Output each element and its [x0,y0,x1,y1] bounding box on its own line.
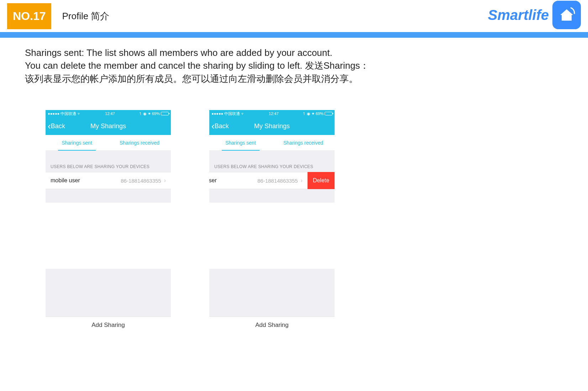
nav-bar: ‹ Back My Sharings [46,117,171,135]
user-phone-number: 86-18814863355 [257,178,298,184]
user-row[interactable]: mobile user 86-18814863355 › [46,172,171,189]
battery-icon [161,112,169,115]
delete-button[interactable]: Delete [308,172,335,189]
back-label: Back [215,122,229,130]
chevron-left-icon: ‹ [211,121,215,132]
description-line-1: Sharings sent: The list shows all member… [25,46,563,59]
section-header: USERS BELOW ARE SHARING YOUR DEVICES [209,161,335,172]
status-bar: ●●●●● 中国联通 ᯤ 12:47 ↿ ◉ ⁕ 69% [209,110,335,117]
user-row[interactable]: mobile user 86-18814863355 › [209,172,308,189]
divider-bar [0,32,588,38]
user-row-wrap: mobile user 86-18814863355 › Delete [209,172,335,189]
footer-space [209,269,335,317]
body-fill [46,189,171,203]
tab-bar: Sharings sent Sharings received [209,135,335,151]
content-area [209,203,335,269]
section-header: USERS BELOW ARE SHARING YOUR DEVICES [46,161,171,172]
status-bar: ●●●●● 中国联通 ᯤ 12:47 ↿ ◉ ⁕ 69% [46,110,171,117]
status-left: ●●●●● 中国联通 ᯤ [211,111,245,116]
battery-icon [325,112,332,115]
back-label: Back [51,122,65,130]
phone-screenshot-2: ●●●●● 中国联通 ᯤ 12:47 ↿ ◉ ⁕ 69% ‹ Back My S… [209,110,335,333]
status-indicators: ↿ ◉ ⁕ [139,111,151,116]
description-line-3: 该列表显示您的帐户添加的所有成员。您可以通过向左滑动删除会员并取消分享。 [25,72,563,85]
description-line-2: You can delete the member and cancel the… [25,59,563,72]
carrier-label: ●●●●● 中国联通 [211,111,240,116]
page-number-badge: NO.17 [7,3,51,29]
house-icon [557,5,577,25]
user-row-wrap: mobile user 86-18814863355 › [46,172,171,189]
section-spacer [209,151,335,161]
status-right: ↿ ◉ ⁕ 69% [303,111,332,116]
section-spacer [46,151,171,161]
tab-sharings-sent[interactable]: Sharings sent [209,135,272,150]
chevron-right-icon: › [301,177,303,184]
brand-logo [552,1,581,29]
wifi-icon: ᯤ [241,111,245,116]
user-row-right: 86-18814863355 › [257,177,303,184]
user-name: mobile user [51,177,80,184]
chevron-right-icon: › [164,177,166,184]
status-time: 12:47 [105,111,115,116]
brand-name: Smartlife [488,7,549,23]
page-title: Profile 简介 [62,10,109,22]
nav-bar: ‹ Back My Sharings [209,117,335,135]
back-button[interactable]: ‹ Back [209,121,229,132]
content-area [46,203,171,269]
user-phone-number: 86-18814863355 [121,178,161,184]
brand-area: Smartlife [488,1,581,29]
phones-container: ●●●●● 中国联通 ᯤ 12:47 ↿ ◉ ⁕ 69% ‹ Back My S… [0,92,588,333]
status-right: ↿ ◉ ⁕ 69% [139,111,169,116]
tab-sharings-received[interactable]: Sharings received [108,135,171,150]
footer-space [46,269,171,317]
status-indicators: ↿ ◉ ⁕ [303,111,315,116]
battery-percent: 69% [152,111,160,116]
battery-percent: 69% [316,111,324,116]
description-section: Sharings sent: The list shows all member… [0,38,588,92]
tab-bar: Sharings sent Sharings received [46,135,171,151]
status-left: ●●●●● 中国联通 ᯤ [48,111,81,116]
carrier-label: ●●●●● 中国联通 [48,111,76,116]
phone-screenshot-1: ●●●●● 中国联通 ᯤ 12:47 ↿ ◉ ⁕ 69% ‹ Back My S… [46,110,171,333]
status-time: 12:47 [269,111,279,116]
back-button[interactable]: ‹ Back [46,121,65,132]
page-header: NO.17 Profile 简介 Smartlife [0,0,588,32]
chevron-left-icon: ‹ [48,121,51,132]
user-row-right: 86-18814863355 › [121,177,166,184]
tab-sharings-sent[interactable]: Sharings sent [46,135,108,150]
add-sharing-button[interactable]: Add Sharing [46,317,171,333]
body-fill [209,189,335,203]
add-sharing-button[interactable]: Add Sharing [209,317,335,333]
wifi-icon: ᯤ [77,111,81,116]
user-name: mobile user [209,177,217,184]
tab-sharings-received[interactable]: Sharings received [272,135,335,150]
